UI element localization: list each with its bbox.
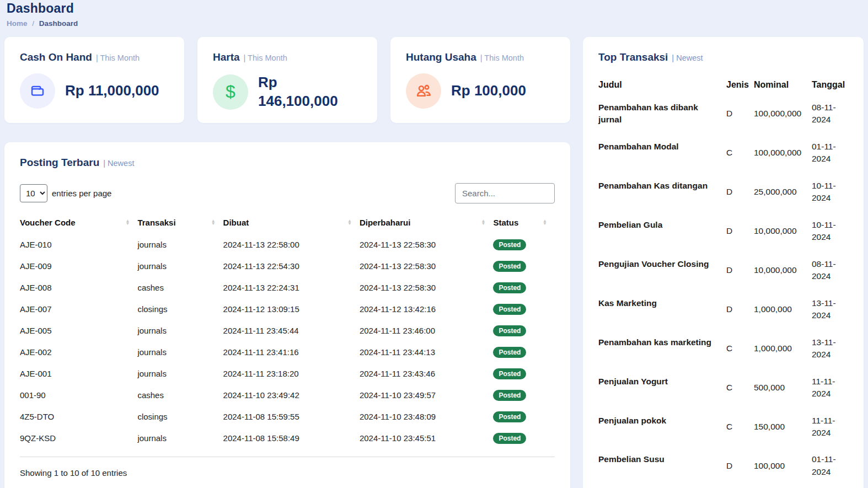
nominal-cell: 100,000,000 [754,133,812,173]
jenis-cell: C [726,329,754,368]
status-badge: Posted [493,368,526,379]
voucher-code-cell: AJE-005 [20,320,137,341]
table-row[interactable]: AJE-010 journals 2024-11-13 22:58:00 202… [20,234,555,255]
transaksi-cell: journals [137,341,223,363]
entries-per-page-select[interactable]: 10 [20,184,47,202]
table-row[interactable]: Kas Marketing D 1,000,000 13-11-2024 [598,290,848,329]
wallet-icon [20,73,55,109]
users-icon [406,73,441,109]
main-content: Cash On Hand | This Month Rp 11,000,000 [4,37,864,488]
table-row[interactable]: 001-90 cashes 2024-11-10 23:49:42 2024-1… [20,384,555,406]
posting-header-row: Voucher Code ▲▼ Transaksi ▲▼ Dibuat ▲▼ [20,211,555,234]
breadcrumb-separator: / [32,19,34,28]
transaksi-cell: journals [137,234,223,255]
diperbaharui-cell: 2024-11-10 23:49:57 [360,384,494,406]
transaksi-cell: journals [137,255,223,277]
dibuat-cell: 2024-11-12 13:09:15 [223,298,360,320]
status-badge: Posted [493,390,526,401]
dibuat-cell: 2024-11-11 23:45:44 [223,320,360,341]
column-header-transaksi[interactable]: Transaksi ▲▼ [137,211,223,234]
judul-cell: Penambahan kas marketing [598,329,726,368]
status-cell: Posted [493,341,555,363]
table-row[interactable]: 9QZ-KSD journals 2024-11-08 15:58:49 202… [20,427,555,449]
judul-cell: Kas Marketing [598,290,726,329]
table-row[interactable]: AJE-008 cashes 2024-11-13 22:24:31 2024-… [20,277,555,298]
nominal-cell: 500,000 [754,368,812,407]
status-badge: Posted [493,282,526,293]
jenis-cell: C [726,407,754,447]
jenis-cell: D [726,251,754,290]
top-transaksi-panel: Top Transaksi | Newest Judul Jenis Nomin… [583,37,864,488]
table-row[interactable]: Penambahan kas dibank jurnal D 100,000,0… [598,94,848,133]
table-row[interactable]: Penambahan Kas ditangan D 25,000,000 10-… [598,173,848,212]
breadcrumb: Home / Dashboard [7,19,861,28]
table-row[interactable]: AJE-009 journals 2024-11-13 22:54:30 202… [20,255,555,277]
card-subtitle: | This Month [244,53,287,62]
entries-per-page-label: entries per page [52,189,111,198]
judul-cell: Pembelian Susu [598,446,726,485]
card-amount: Rp 11,000,000 [65,82,159,100]
jenis-cell: D [726,94,754,133]
table-controls: 10 entries per page [20,183,555,203]
nominal-cell: 10,000,000 [754,212,812,251]
transaksi-cell: cashes [137,384,223,406]
table-row[interactable]: Penjualan pokok C 150,000 11-11-2024 [598,407,848,447]
judul-cell: Pengujian Voucher Closing [598,251,726,290]
table-row[interactable]: Penambahan Modal C 100,000,000 01-11-202… [598,133,848,173]
status-badge: Posted [493,304,526,315]
sort-icon[interactable]: ▲▼ [481,220,486,226]
nominal-cell: 150,000 [754,407,812,447]
voucher-code-cell: 001-90 [20,384,137,406]
diperbaharui-cell: 2024-11-11 23:44:13 [360,341,494,363]
nominal-cell: 100,000 [754,485,812,488]
dashboard-page: Dashboard Home / Dashboard Cash On Hand … [0,0,868,488]
nominal-cell: 1,000,000 [754,329,812,368]
status-cell: Posted [493,384,555,406]
column-header-dibuat[interactable]: Dibuat ▲▼ [223,211,360,234]
jenis-cell: D [726,290,754,329]
dibuat-cell: 2024-11-08 15:59:55 [223,406,360,427]
sort-icon[interactable]: ▲▼ [543,220,547,226]
posting-table: Voucher Code ▲▼ Transaksi ▲▼ Dibuat ▲▼ [20,211,555,449]
column-header-nominal: Nominal [754,76,812,94]
tanggal-cell: 10-11-2024 [812,212,848,251]
table-row[interactable]: AJE-001 journals 2024-11-11 23:18:20 202… [20,363,555,384]
table-row[interactable]: AJE-002 journals 2024-11-11 23:41:16 202… [20,341,555,363]
card-hutang-usaha: Hutang Usaha | This Month Rp 1 [390,37,570,123]
table-row[interactable]: AJE-007 closings 2024-11-12 13:09:15 202… [20,298,555,320]
tanggal-cell: 13-11-2024 [812,485,848,488]
transaksi-cell: journals [137,363,223,384]
voucher-code-cell: AJE-001 [20,363,137,384]
table-row[interactable]: Pembelian Susu D 100,000 01-11-2024 [598,446,848,485]
table-row[interactable]: Pembelian Gula D 10,000,000 10-11-2024 [598,212,848,251]
table-row[interactable]: AJE-005 journals 2024-11-11 23:45:44 202… [20,320,555,341]
table-row[interactable]: Penjualan Yogurt C 500,000 11-11-2024 [598,368,848,407]
card-title: Hutang Usaha [406,51,476,63]
search-input[interactable] [455,183,555,203]
judul-cell: Penjualan Yogurt [598,368,726,407]
column-header-status[interactable]: Status ▲▼ [493,211,555,234]
judul-cell: Penambahan Modal [598,133,726,173]
nominal-cell: 10,000,000 [754,251,812,290]
diperbaharui-cell: 2024-11-13 22:58:30 [360,277,494,298]
voucher-code-cell: 9QZ-KSD [20,427,137,449]
table-row[interactable]: Penambahan Hutang C 100,000 13-11-2024 [598,485,848,488]
sort-icon[interactable]: ▲▼ [347,220,352,226]
status-cell: Posted [493,298,555,320]
table-row[interactable]: Penambahan kas marketing C 1,000,000 13-… [598,329,848,368]
page-title: Dashboard [7,1,861,16]
jenis-cell: C [726,485,754,488]
table-row[interactable]: Pengujian Voucher Closing D 10,000,000 0… [598,251,848,290]
status-cell: Posted [493,234,555,255]
top-transaksi-header-row: Judul Jenis Nominal Tanggal [598,76,848,94]
column-header-voucher-code[interactable]: Voucher Code ▲▼ [20,211,137,234]
status-badge: Posted [493,261,526,272]
breadcrumb-home-link[interactable]: Home [7,19,28,28]
diperbaharui-cell: 2024-11-12 13:42:16 [360,298,494,320]
sort-icon[interactable]: ▲▼ [211,220,216,226]
table-row[interactable]: 4Z5-DTO closings 2024-11-08 15:59:55 202… [20,406,555,427]
posting-panel-subtitle: | Newest [103,159,134,168]
sort-icon[interactable]: ▲▼ [125,220,130,226]
dibuat-cell: 2024-11-08 15:58:49 [223,427,360,449]
column-header-diperbaharui[interactable]: Diperbaharui ▲▼ [360,211,494,234]
